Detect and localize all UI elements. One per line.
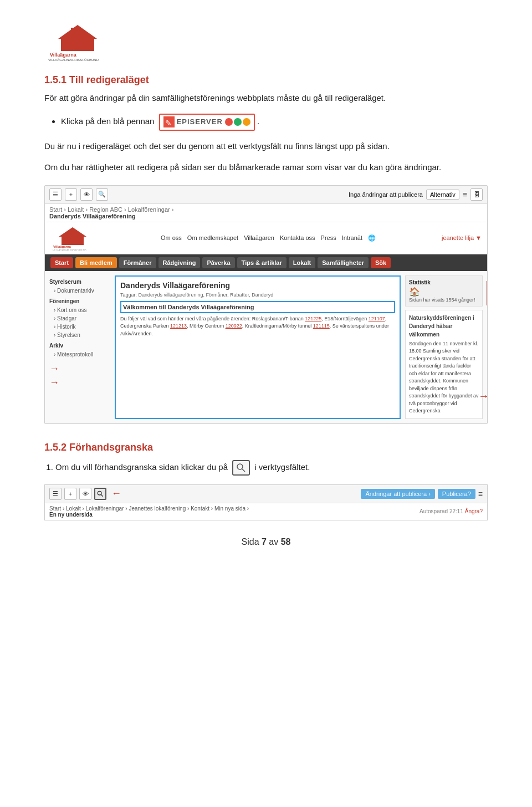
site-nav-user[interactable]: jeanette lilja ▼ xyxy=(442,234,482,241)
nav-radgivning[interactable]: Rådgivning xyxy=(158,257,201,268)
svg-rect-2 xyxy=(61,39,94,51)
sidebar-historik[interactable]: Historik xyxy=(49,323,110,331)
svg-text:Villaägarna: Villaägarna xyxy=(53,245,71,248)
sidebar-styrelsen[interactable]: Styrelsen xyxy=(49,331,110,339)
nav-om-oss[interactable]: Om oss xyxy=(161,234,182,241)
svg-rect-6 xyxy=(62,237,84,245)
event-box: Naturskyddsföreningen i Danderyd hälsar … xyxy=(405,310,483,419)
main-nav: Start Bli medlem Förmåner Rådgivning Påv… xyxy=(45,254,487,271)
list-icon-2[interactable]: ≡ xyxy=(478,489,483,498)
nav-tips[interactable]: Tips & artiklar xyxy=(237,257,287,268)
nav-formaner[interactable]: Förmåner xyxy=(119,257,156,268)
nav-intranat[interactable]: Intranät xyxy=(342,234,362,241)
stat-title: Statistik xyxy=(409,279,479,285)
sidebar-dokumentarkiv[interactable]: Dokumentarkiv xyxy=(49,287,110,295)
link-121225[interactable]: 121225 xyxy=(305,316,321,321)
publicera-button[interactable]: Publicera? xyxy=(438,489,475,499)
tags-line: Taggar: Danderyds villaägareförening, Fö… xyxy=(120,292,395,298)
episerver-button-mockup: EPiSERVER xyxy=(159,114,255,131)
svg-text:Villaägarna: Villaägarna xyxy=(50,52,77,58)
min-sida-tab[interactable]: Min sida xyxy=(487,281,488,305)
svg-rect-1 xyxy=(71,28,75,34)
sidebar-stadgar[interactable]: Stadgar xyxy=(49,314,110,323)
preview-toolbar-icon xyxy=(232,460,250,476)
link-121115[interactable]: 121115 xyxy=(313,323,330,329)
preview-icon[interactable]: 🔍 xyxy=(96,188,108,201)
nav-bli-medlem[interactable]: Bli medlem xyxy=(75,257,117,268)
eye-icon[interactable]: 👁 xyxy=(80,188,93,201)
statistics-box: Statistik 🏠 Sidan har visats 1554 gånger… xyxy=(405,275,483,307)
autosave-area: Autosparad 22:11 Ångra? xyxy=(420,508,483,514)
eye-icon-2[interactable]: 👁 xyxy=(79,488,91,500)
event-text: Söndagen den 11 november kl. 18.00 Samli… xyxy=(409,340,479,415)
svg-text:VILLAÄGARNAS RIKSFÖRBUND: VILLAÄGARNAS RIKSFÖRBUND xyxy=(53,249,86,251)
episerver-dots xyxy=(225,118,250,126)
pen-icon xyxy=(163,116,175,127)
angra-link[interactable]: Ångra? xyxy=(465,508,483,514)
svg-text:VILLAÄGARNAS RIKSFÖRBUND: VILLAÄGARNAS RIKSFÖRBUND xyxy=(48,58,99,61)
nav-kontakta-oss[interactable]: Kontakta oss xyxy=(280,234,315,241)
section-151-heading: 1.5.1 Till redigeraläget xyxy=(44,74,488,86)
hamburger-icon-2[interactable]: ☰ xyxy=(49,488,62,500)
hamburger-icon[interactable]: ☰ xyxy=(49,188,62,201)
autosave-text: Autosparad 22:11 xyxy=(420,508,463,514)
sidebar-styrelserum: Styrelserum xyxy=(49,279,110,285)
nav-globe-icon[interactable]: 🌐 xyxy=(368,234,376,242)
bullet-list: Klicka på den blå pennan EPiSERVER . xyxy=(61,114,488,131)
page-number: Sida 7 av 58 xyxy=(44,537,488,547)
bottom-breadcrumb: Start › Lokalt › Lokalföreningar › Jeane… xyxy=(45,503,487,520)
link-121213[interactable]: 121213 xyxy=(170,323,187,329)
arrow-indicator-4: ← xyxy=(111,488,121,499)
section-151-para2: Du är nu i redigeraläget och det ser du … xyxy=(44,140,488,153)
sidebar-motesprotokoll[interactable]: Mötesprotokoll xyxy=(49,350,110,359)
right-column: Statistik 🏠 Sidan har visats 1554 gånger… xyxy=(405,275,483,419)
storage-icon[interactable]: 🗄 xyxy=(470,188,483,201)
nav-start[interactable]: Start xyxy=(50,257,73,268)
add-icon[interactable]: + xyxy=(65,188,77,201)
preview-icon-highlighted[interactable] xyxy=(94,488,106,500)
item1-suffix: i verktygsfältet. xyxy=(254,462,310,472)
bullet-item-1: Klicka på den blå pennan EPiSERVER . xyxy=(61,114,488,131)
screenshot-2: ☰ + 👁 ← Ändringar att publicera › Public… xyxy=(44,484,488,520)
magnifier-icon-2 xyxy=(97,491,104,497)
dot-green xyxy=(234,118,242,126)
magnifier-icon xyxy=(236,463,246,473)
numbered-list: Om du vill förhandsgranska sidan klickar… xyxy=(55,460,488,476)
nav-lokalt[interactable]: Lokalt xyxy=(289,257,315,268)
main-content-title: Danderyds Villaägareförening xyxy=(120,281,395,290)
welcome-title: Välkommen till Danderyds Villaägarefören… xyxy=(120,301,395,313)
dot-red xyxy=(225,118,233,126)
sidebar-kort-om-oss[interactable]: Kort om oss xyxy=(49,306,110,314)
dot-yellow xyxy=(243,118,250,126)
nav-villaagaren[interactable]: Villaägaren xyxy=(244,234,274,241)
list-icon[interactable]: ≡ xyxy=(463,190,467,199)
sidebar: Styrelserum Dokumentarkiv Föreningen Kor… xyxy=(49,275,110,419)
nav-sok[interactable]: Sök xyxy=(371,257,391,268)
nav-paverka[interactable]: Påverka xyxy=(202,257,234,268)
episerver-text: EPiSERVER xyxy=(177,116,223,128)
no-changes-text: Inga ändringar att publicera xyxy=(349,191,423,198)
bottom-toolbar: ☰ + 👁 ← Ändringar att publicera › Public… xyxy=(45,485,487,503)
andring-button[interactable]: Ändringar att publicera › xyxy=(361,489,434,499)
link-121107[interactable]: 121107 xyxy=(369,316,385,321)
bottom-toolbar-right: Ändringar att publicera › Publicera? ≡ xyxy=(361,489,483,499)
bottom-breadcrumb-left: Start › Lokalt › Lokalföreningar › Jeane… xyxy=(49,505,249,518)
nav-press[interactable]: Press xyxy=(321,234,336,241)
page-title-crumb: Danderyds Villaägareförening xyxy=(49,213,136,219)
alternativ-button[interactable]: Alternativ xyxy=(426,190,459,200)
add-icon-2[interactable]: + xyxy=(64,488,76,500)
nav-samfalligheter[interactable]: Samfälligheter xyxy=(318,257,369,268)
villaagarna-logo: Villaägarna VILLAÄGARNAS RIKSFÖRBUND xyxy=(44,22,111,61)
link-120922[interactable]: 120922 xyxy=(226,323,242,329)
main-content-box: Danderyds Villaägareförening Taggar: Dan… xyxy=(115,275,401,419)
svg-marker-0 xyxy=(58,25,97,39)
svg-marker-5 xyxy=(59,227,86,237)
site-nav-links: Om oss Om medlemskapet Villaägaren Konta… xyxy=(161,234,376,242)
bottom-breadcrumb-path: Start › Lokalt › Lokalföreningar › Jeane… xyxy=(49,505,249,512)
screenshot-1: ☰ + 👁 🔍 Inga ändringar att publicera Alt… xyxy=(44,185,488,424)
total-text: av xyxy=(269,537,278,546)
nav-om-medlemskapet[interactable]: Om medlemskapet xyxy=(187,234,238,241)
breadcrumb-bar: Start › Lokalt › Region ABC › Lokalfören… xyxy=(45,204,487,222)
content-area: Styrelserum Dokumentarkiv Föreningen Kor… xyxy=(45,271,487,423)
sidebar-arkiv: Arkiv xyxy=(49,343,110,349)
